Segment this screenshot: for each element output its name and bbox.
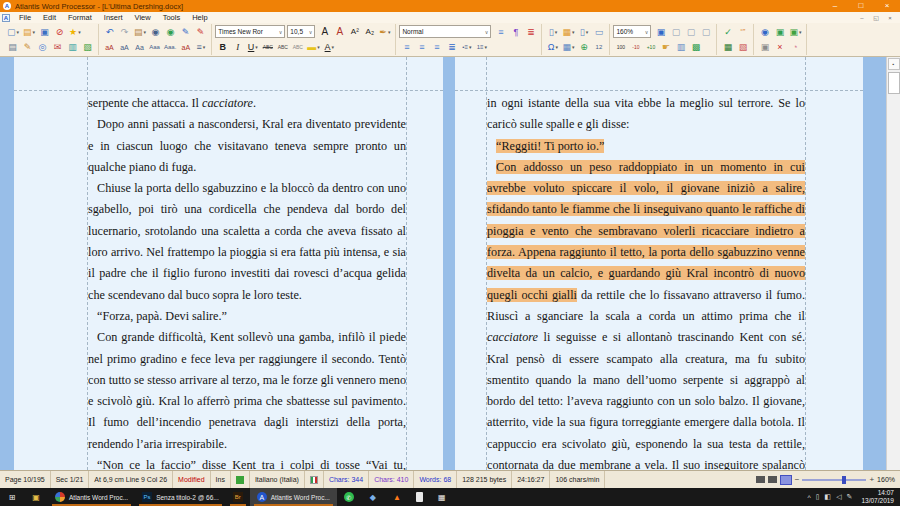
view-pages-button[interactable] — [780, 475, 792, 485]
status-language[interactable]: Italiano (Italia) — [250, 471, 305, 488]
text-effects-button[interactable]: A — [332, 25, 347, 39]
line-tools-button[interactable]: ≡▾ — [193, 40, 208, 54]
align-left-button[interactable]: ≡ — [399, 40, 414, 54]
status-chars-selection[interactable]: Chars: 344 — [324, 471, 369, 488]
save-button[interactable]: ▣ — [37, 25, 52, 39]
page-number-button[interactable]: 12 — [591, 40, 606, 54]
zoom-plus10-button[interactable]: +10 — [643, 40, 658, 54]
find-button[interactable]: ◉ — [148, 25, 163, 39]
status-chars[interactable]: Chars: 410 — [369, 471, 414, 488]
zoom-width-button[interactable]: ▢ — [683, 25, 698, 39]
page-left[interactable]: serpente che attacca. Il cacciatore.Dopo… — [14, 57, 443, 470]
status-language-flag-icon[interactable] — [305, 471, 324, 488]
pen-icon[interactable]: ✎ — [847, 493, 853, 501]
toggle-case-button[interactable]: aA — [178, 40, 193, 54]
scrollbar-thumb[interactable] — [888, 72, 900, 94]
align-center-button[interactable]: ≡ — [414, 40, 429, 54]
paste-button[interactable]: ▤▾ — [132, 25, 148, 39]
number-list-button[interactable]: 1≡▾ — [474, 40, 489, 54]
menu-format[interactable]: Format — [62, 12, 98, 23]
print-button[interactable]: ▤ — [5, 40, 20, 54]
spelling-marks-button[interactable]: ABC — [275, 40, 290, 54]
mdi-restore-button[interactable]: ◱ — [870, 13, 882, 23]
status-insert-mode[interactable]: Ins — [211, 471, 231, 488]
strikethrough-button[interactable]: ABC — [260, 40, 275, 54]
chart-button[interactable]: ▧ — [735, 40, 750, 54]
start-button[interactable]: ⊞ — [0, 488, 24, 506]
open-document-button[interactable]: ▤▾ — [21, 25, 37, 39]
taskbar-browser-atlantis[interactable]: Atlantis Word Proc... — [48, 488, 135, 506]
subscript-button[interactable]: A₂ — [362, 25, 377, 39]
network-icon[interactable]: ◧ — [825, 493, 832, 501]
smart-quotes-button[interactable]: “” — [735, 25, 750, 39]
vertical-scrollbar[interactable]: ▪ — [886, 57, 900, 470]
highlight-button[interactable]: ▬▾ — [305, 40, 322, 54]
document-map-button[interactable]: ▩ — [688, 40, 703, 54]
print-preview-button[interactable]: ◎ — [35, 40, 50, 54]
status-position[interactable]: At 6,9 cm Line 9 Col 26 — [89, 471, 173, 488]
menu-view[interactable]: View — [129, 12, 157, 23]
bullet-list-button[interactable]: •≡▾ — [459, 40, 474, 54]
package-menu-button[interactable]: ▣▾ — [787, 25, 803, 39]
mdi-close-button[interactable]: × — [884, 13, 896, 23]
font-dialog-button[interactable]: A — [317, 25, 332, 39]
page-break-button[interactable]: ▭ — [591, 25, 606, 39]
taskbar-file-explorer[interactable]: ▣ — [24, 488, 48, 506]
mdi-minimize-button[interactable]: – — [856, 13, 868, 23]
style-select[interactable]: Normal∨ — [399, 25, 491, 38]
clear-format-button[interactable]: ABC — [290, 40, 305, 54]
show-marks-button[interactable]: ¶ — [508, 25, 523, 39]
zoom-slider[interactable] — [802, 479, 866, 481]
capitalize-button[interactable]: Aa — [132, 40, 147, 54]
symbol-button[interactable]: Ω▾ — [545, 40, 560, 54]
find-next-button[interactable]: ◉ — [163, 25, 178, 39]
bold-button[interactable]: B — [215, 40, 230, 54]
undo-button[interactable]: ↶ — [102, 25, 117, 39]
duplicate-button[interactable]: ▥ — [65, 40, 80, 54]
minimize-button[interactable]: – — [822, 0, 848, 12]
zoom-pages-button[interactable]: ▢ — [698, 25, 713, 39]
font-size-select[interactable]: 10,5∨ — [287, 25, 315, 38]
zoom-select[interactable]: 160%∨ — [613, 25, 651, 38]
taskbar-photoshop[interactable]: PsSenza titolo-2 @ 66... — [135, 488, 226, 506]
zoom-minus10-button[interactable]: -10 — [628, 40, 643, 54]
menu-edit[interactable]: Edit — [37, 12, 62, 23]
columns-button[interactable]: ▯▾ — [545, 25, 560, 39]
status-zoom-percent[interactable]: 160% — [877, 476, 895, 483]
view-draft-button[interactable] — [756, 476, 765, 483]
status-modified[interactable]: Modified — [173, 471, 210, 488]
taskbar-calculator[interactable]: ▦ — [430, 488, 454, 506]
scroll-up-button[interactable]: ▪ — [888, 58, 900, 70]
zoom-slider-thumb[interactable] — [842, 476, 846, 484]
web-button[interactable]: ⊕ — [576, 40, 591, 54]
align-right-button[interactable]: ≡ — [429, 40, 444, 54]
favorites-button[interactable]: ★▾ — [67, 25, 83, 39]
hidden-icons-chevron-icon[interactable]: ^ — [807, 494, 810, 501]
usb-icon[interactable]: ▯ — [816, 493, 820, 501]
menu-insert[interactable]: Insert — [98, 12, 129, 23]
insert-image-button[interactable]: ▦▾ — [560, 25, 576, 39]
uppercase-button[interactable]: aA — [102, 40, 117, 54]
pen-red-button[interactable]: ✎ — [193, 25, 208, 39]
zoom-out-button[interactable]: − — [795, 475, 800, 484]
sections-button[interactable]: ▯▾ — [576, 25, 591, 39]
thumbnails-button[interactable]: ▥ — [673, 40, 688, 54]
sentence-case-button[interactable]: Aaa. — [162, 40, 178, 54]
document-area[interactable]: serpente che attacca. Il cacciatore.Dopo… — [0, 57, 886, 470]
status-edit-time[interactable]: 24:16:27 — [512, 471, 550, 488]
underline-button[interactable]: U▾ — [245, 40, 260, 54]
page-right-text[interactable]: in ogni istante della sua vita ebbe la m… — [487, 93, 805, 470]
maximize-button[interactable]: □ — [848, 0, 874, 12]
format-painter-button[interactable]: ✒▾ — [377, 25, 392, 39]
zoom-100-button[interactable]: 100 — [613, 40, 628, 54]
italic-button[interactable]: I — [230, 40, 245, 54]
status-autocorrect-icon[interactable] — [231, 471, 250, 488]
menu-tools[interactable]: Tools — [157, 12, 187, 23]
status-page[interactable]: Page 10/195 — [0, 471, 51, 488]
page-left-text[interactable]: serpente che attacca. Il cacciatore.Dopo… — [88, 93, 406, 470]
menu-help[interactable]: Help — [186, 12, 213, 23]
export-excel-button[interactable]: ▦ — [720, 40, 735, 54]
zoom-in-button[interactable]: + — [869, 475, 874, 484]
package-button[interactable]: ▣ — [772, 25, 787, 39]
close-document-button[interactable]: ⊘ — [52, 25, 67, 39]
